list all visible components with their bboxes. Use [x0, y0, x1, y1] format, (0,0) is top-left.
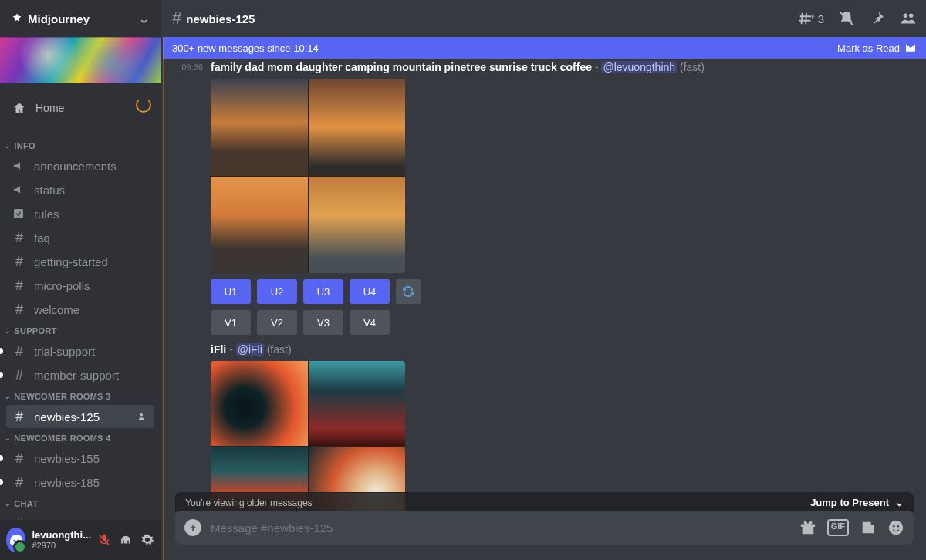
- prompt-text: iFli: [211, 343, 226, 356]
- older-messages-bar[interactable]: You're viewing older messages Jump to Pr…: [175, 492, 914, 512]
- upscale-button[interactable]: U3: [303, 279, 343, 304]
- channel-item[interactable]: #newbies-185: [6, 471, 154, 494]
- user-mention[interactable]: @iFli: [236, 343, 264, 356]
- new-messages-banner[interactable]: 300+ new messages since 10:14 Mark as Re…: [163, 37, 926, 59]
- channel-item[interactable]: #member-support: [6, 363, 154, 386]
- svg-point-3: [889, 521, 903, 535]
- category-header[interactable]: ⌄INFO: [0, 137, 161, 153]
- chevron-down-icon: ⌄: [895, 497, 904, 508]
- upscale-button[interactable]: U4: [350, 279, 390, 304]
- category-header[interactable]: ⌄CHAT: [0, 494, 161, 511]
- new-messages-text: 300+ new messages since 10:14: [172, 42, 319, 54]
- channel-label: member-support: [34, 369, 119, 382]
- channel-label: newbies-125: [34, 410, 100, 423]
- hash-icon: #: [12, 302, 26, 318]
- channel-item[interactable]: rules: [6, 202, 154, 225]
- mark-as-read-button[interactable]: Mark as Read: [837, 42, 900, 54]
- svg-point-4: [893, 525, 895, 528]
- channel-label: getting-started: [34, 255, 108, 268]
- composer-placeholder: Message #newbies-125: [211, 521, 333, 535]
- hash-icon: #: [12, 409, 26, 425]
- hash-icon: #: [12, 474, 26, 491]
- main-area: # newbies-125 3 300+ new messages since …: [161, 0, 926, 560]
- threads-button[interactable]: 3: [798, 10, 824, 27]
- server-banner: [0, 37, 161, 83]
- channel-label: feedback: [34, 518, 81, 521]
- chevron-down-icon: ⌄: [5, 327, 11, 335]
- mark-read-icon: [904, 42, 917, 54]
- jump-to-present-button[interactable]: Jump to Present: [810, 497, 889, 508]
- hash-icon: #: [12, 516, 26, 521]
- create-invite-icon[interactable]: [137, 411, 148, 422]
- grid-cell: [211, 177, 308, 274]
- channel-item[interactable]: #trial-support: [6, 339, 154, 363]
- hash-icon: #: [12, 450, 26, 467]
- channel-label: trial-support: [34, 345, 95, 358]
- channel-item[interactable]: #newbies-155: [6, 447, 154, 470]
- variation-button[interactable]: V3: [303, 310, 343, 335]
- members-button[interactable]: [900, 10, 917, 27]
- channel-item[interactable]: #newbies-125: [6, 405, 154, 428]
- variation-button[interactable]: V4: [350, 310, 390, 335]
- hash-icon: #: [172, 8, 181, 29]
- user-name: levuongthi...: [32, 530, 91, 541]
- channel-list: Home ⌄INFOannouncementsstatusrules#faq#g…: [0, 83, 161, 520]
- grid-cell: [309, 177, 406, 274]
- channel-label: newbies-155: [34, 452, 100, 465]
- channel-sidebar: Midjourney ⌄ Home ⌄INFOannouncementsstat…: [0, 0, 161, 560]
- channel-item[interactable]: #feedback: [6, 512, 154, 520]
- settings-button[interactable]: [140, 533, 154, 547]
- category-header[interactable]: ⌄NEWCOMER ROOMS 4: [0, 429, 161, 446]
- gif-button[interactable]: GIF: [827, 519, 849, 536]
- channel-label: welcome: [34, 303, 79, 316]
- channel-item[interactable]: announcements: [6, 154, 154, 177]
- reroll-button[interactable]: [396, 279, 421, 304]
- channel-item[interactable]: #faq: [6, 226, 154, 249]
- channel-title: newbies-125: [186, 12, 255, 25]
- variation-button[interactable]: V1: [211, 310, 251, 335]
- attach-button[interactable]: +: [184, 519, 201, 536]
- deafen-button[interactable]: [119, 533, 133, 547]
- chevron-down-icon[interactable]: ⌄: [138, 10, 150, 27]
- mute-mic-button[interactable]: [97, 533, 111, 547]
- home-button[interactable]: Home: [6, 93, 154, 123]
- channel-label: status: [34, 184, 65, 197]
- server-header[interactable]: Midjourney ⌄: [0, 0, 161, 37]
- upscale-button[interactable]: U1: [211, 279, 251, 304]
- channel-item[interactable]: #getting-started: [6, 250, 154, 273]
- notification-mute-button[interactable]: [838, 10, 855, 27]
- message-timestamp: 09:36: [175, 60, 203, 335]
- user-panel: levuongthi... #2970: [0, 520, 161, 560]
- channel-label: micro-polls: [34, 279, 90, 292]
- user-avatar[interactable]: [6, 528, 25, 552]
- hash-icon: #: [12, 230, 26, 246]
- server-badge-icon: [11, 12, 23, 25]
- pin-icon: [869, 10, 886, 27]
- message-composer[interactable]: + Message #newbies-125 GIF: [175, 511, 914, 545]
- pinned-button[interactable]: [869, 10, 886, 27]
- sticker-button[interactable]: [860, 519, 877, 536]
- hash-icon: #: [12, 254, 26, 270]
- home-icon: [12, 101, 26, 115]
- channel-label: faq: [34, 231, 50, 245]
- hash-icon: #: [12, 278, 26, 294]
- svg-point-5: [897, 525, 899, 528]
- user-mention[interactable]: @levuongthinh: [601, 61, 677, 73]
- channel-item[interactable]: #welcome: [6, 298, 154, 321]
- members-icon: [900, 10, 917, 27]
- channel-item[interactable]: status: [6, 178, 154, 201]
- mode-label: (fast): [680, 61, 705, 73]
- user-tag: #2970: [32, 541, 91, 550]
- chevron-down-icon: ⌄: [5, 434, 11, 442]
- category-header[interactable]: ⌄NEWCOMER ROOMS 3: [0, 387, 161, 404]
- emoji-button[interactable]: [887, 519, 904, 536]
- variation-button[interactable]: V2: [257, 310, 297, 335]
- category-header[interactable]: ⌄SUPPORT: [0, 322, 161, 339]
- upscale-button[interactable]: U2: [257, 279, 297, 304]
- image-grid[interactable]: [211, 79, 405, 273]
- home-label: Home: [35, 102, 64, 114]
- message: 09:36 family dad mom daughter camping mo…: [175, 60, 914, 335]
- gift-button[interactable]: [799, 519, 816, 536]
- channel-item[interactable]: #micro-polls: [6, 274, 154, 297]
- chevron-down-icon: ⌄: [5, 393, 11, 400]
